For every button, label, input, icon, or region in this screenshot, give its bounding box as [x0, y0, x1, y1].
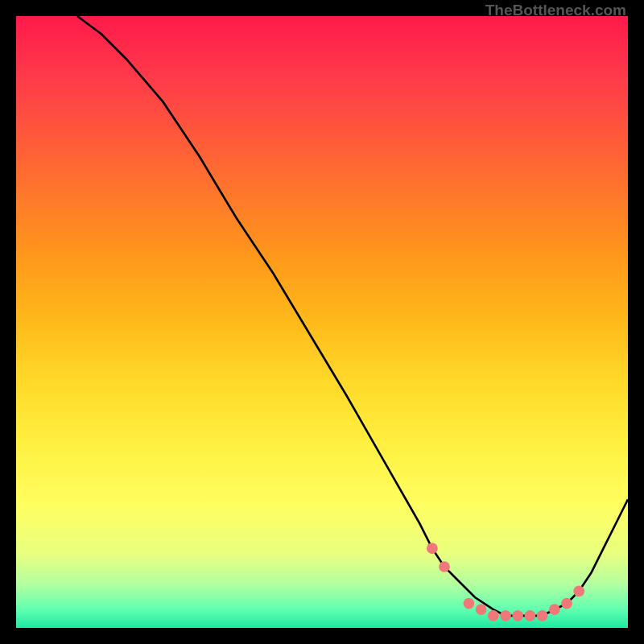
plot-gradient-background — [16, 16, 628, 628]
chart-container: TheBottleneck.com — [0, 0, 644, 644]
attribution-text: TheBottleneck.com — [485, 2, 626, 19]
